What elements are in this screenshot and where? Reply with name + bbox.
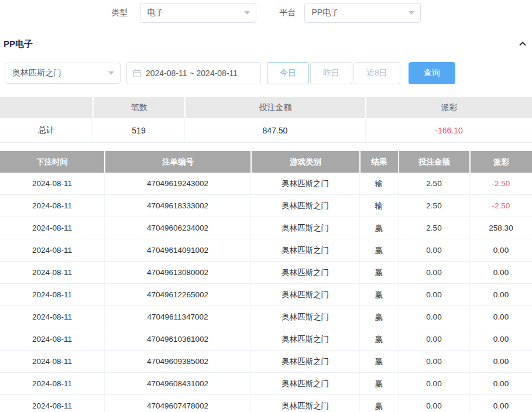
- chevron-down-icon: [108, 71, 114, 75]
- cell-game-category: 奥林匹斯之门: [250, 351, 359, 372]
- summary-header-row: 笔数 投注金额 派彩: [0, 97, 532, 118]
- cell-order-number: 47049610361002: [104, 328, 250, 350]
- table-row: 2024-08-11 47049619243002 奥林匹斯之门 输 2.50 …: [0, 173, 532, 195]
- cell-game-category: 奥林匹斯之门: [250, 195, 359, 217]
- collapse-button[interactable]: [518, 39, 527, 49]
- cell-order-number: 47049606234002: [104, 217, 250, 239]
- cell-payout: 0.00: [469, 284, 532, 305]
- last-8-days-button[interactable]: 近8日: [353, 62, 400, 84]
- platform-label: 平台: [280, 8, 296, 18]
- table-row: 2024-08-11 47049612265002 奥林匹斯之门 赢 0.00 …: [0, 284, 532, 306]
- col-header-bet-amount: 投注金额: [398, 151, 469, 173]
- cell-order-number: 47049612265002: [104, 284, 250, 305]
- cell-game-category: 奥林匹斯之门: [250, 217, 359, 239]
- summary-header-payout: 派彩: [365, 97, 532, 118]
- table-row: 2024-08-11 47049618333002 奥林匹斯之门 输 2.50 …: [0, 195, 532, 217]
- cell-game-category: 奥林匹斯之门: [250, 395, 359, 412]
- col-header-payout: 派彩: [469, 151, 532, 173]
- date-range-value: 2024-08-11 ~ 2024-08-11: [146, 68, 238, 78]
- cell-order-number: 47049608431002: [104, 373, 250, 394]
- cell-result: 赢: [359, 328, 398, 350]
- summary-payout-value: -166.10: [365, 118, 532, 142]
- cell-payout: 0.00: [469, 395, 532, 412]
- calendar-icon: [133, 69, 141, 77]
- cell-bet-time: 2024-08-11: [0, 284, 104, 305]
- table-row: 2024-08-11 47049608431002 奥林匹斯之门 赢 0.00 …: [0, 373, 532, 395]
- cell-bet-time: 2024-08-11: [0, 239, 104, 261]
- cell-bet-amount: 2.50: [398, 217, 469, 239]
- cell-payout: -2.50: [469, 173, 532, 194]
- game-select-value: 奥林匹斯之门: [12, 68, 61, 78]
- query-toolbar: 奥林匹斯之门 2024-08-11 ~ 2024-08-11 今日 昨日 近8日…: [5, 62, 527, 84]
- game-select[interactable]: 奥林匹斯之门: [5, 63, 121, 84]
- cell-bet-time: 2024-08-11: [0, 328, 104, 350]
- summary-header-count: 笔数: [92, 97, 184, 118]
- cell-bet-time: 2024-08-11: [0, 173, 104, 194]
- date-range-input[interactable]: 2024-08-11 ~ 2024-08-11: [126, 62, 261, 84]
- table-row: 2024-08-11 47049613080002 奥林匹斯之门 赢 0.00 …: [0, 262, 532, 284]
- cell-payout: 0.00: [469, 373, 532, 394]
- table-body: 2024-08-11 47049619243002 奥林匹斯之门 输 2.50 …: [0, 173, 532, 412]
- chevron-down-icon: [244, 11, 250, 15]
- cell-result: 赢: [359, 262, 398, 283]
- cell-payout: 0.00: [469, 239, 532, 261]
- quick-range-buttons: 今日 昨日 近8日: [267, 62, 400, 84]
- cell-bet-amount: 0.00: [398, 239, 469, 261]
- cell-order-number: 47049618333002: [104, 195, 250, 217]
- cell-result: 输: [359, 173, 398, 194]
- platform-select-value: PP电子: [312, 8, 339, 18]
- col-header-order-number: 注单编号: [104, 151, 250, 173]
- cell-bet-amount: 0.00: [398, 373, 469, 394]
- cell-game-category: 奥林匹斯之门: [250, 173, 359, 194]
- table-row: 2024-08-11 47049610361002 奥林匹斯之门 赢 0.00 …: [0, 328, 532, 351]
- type-select[interactable]: 电子: [140, 3, 256, 23]
- cell-result: 输: [359, 195, 398, 217]
- cell-order-number: 47049614091002: [104, 239, 250, 261]
- summary-count-value: 519: [92, 118, 184, 142]
- cell-payout: 258.30: [469, 217, 532, 239]
- today-button[interactable]: 今日: [267, 62, 309, 84]
- cell-bet-time: 2024-08-11: [0, 262, 104, 283]
- cell-bet-time: 2024-08-11: [0, 306, 104, 328]
- query-button[interactable]: 查询: [409, 62, 455, 84]
- table-row: 2024-08-11 47049614091002 奥林匹斯之门 赢 0.00 …: [0, 239, 532, 262]
- yesterday-button[interactable]: 昨日: [310, 62, 352, 84]
- col-header-result: 结果: [359, 151, 398, 173]
- cell-result: 赢: [359, 239, 398, 261]
- cell-game-category: 奥林匹斯之门: [250, 284, 359, 305]
- platform-select[interactable]: PP电子: [304, 3, 421, 23]
- cell-result: 赢: [359, 306, 398, 328]
- cell-payout: 0.00: [469, 351, 532, 372]
- cell-payout: 0.00: [469, 262, 532, 283]
- summary-table: 笔数 投注金额 派彩 总计 519 847.50 -166.10: [0, 97, 532, 143]
- section-title: PP电子: [4, 39, 33, 50]
- chevron-up-icon: [518, 39, 527, 49]
- summary-header-empty: [0, 97, 92, 118]
- col-header-game-category: 游戏类别: [250, 151, 359, 173]
- cell-order-number: 47049609385002: [104, 351, 250, 372]
- cell-bet-amount: 0.00: [398, 328, 469, 350]
- cell-bet-amount: 0.00: [398, 351, 469, 372]
- chevron-down-icon: [409, 11, 414, 15]
- summary-bet-amount-value: 847.50: [184, 118, 365, 142]
- cell-bet-amount: 0.00: [398, 395, 469, 412]
- top-filter-bar: 类型 电子 平台 PP电子: [0, 0, 532, 26]
- type-select-value: 电子: [147, 8, 164, 18]
- table-row: 2024-08-11 47049609385002 奥林匹斯之门 赢 0.00 …: [0, 351, 532, 373]
- cell-game-category: 奥林匹斯之门: [250, 306, 359, 328]
- table-row: 2024-08-11 47049606234002 奥林匹斯之门 赢 2.50 …: [0, 217, 532, 239]
- table-row: 2024-08-11 47049611347002 奥林匹斯之门 赢 0.00 …: [0, 306, 532, 328]
- bet-records-table: 下注时间 注单编号 游戏类别 结果 投注金额 派彩 2024-08-11 470…: [0, 151, 532, 412]
- cell-result: 赢: [359, 351, 398, 372]
- col-header-bet-time: 下注时间: [0, 151, 104, 173]
- cell-result: 赢: [359, 217, 398, 239]
- cell-payout: -2.50: [469, 195, 532, 217]
- cell-bet-amount: 0.00: [398, 262, 469, 283]
- cell-bet-time: 2024-08-11: [0, 217, 104, 239]
- cell-payout: 0.00: [469, 306, 532, 328]
- cell-bet-time: 2024-08-11: [0, 195, 104, 217]
- cell-game-category: 奥林匹斯之门: [250, 239, 359, 261]
- cell-bet-time: 2024-08-11: [0, 373, 104, 394]
- section-header: PP电子: [4, 36, 527, 52]
- summary-total-row: 总计 519 847.50 -166.10: [0, 118, 532, 143]
